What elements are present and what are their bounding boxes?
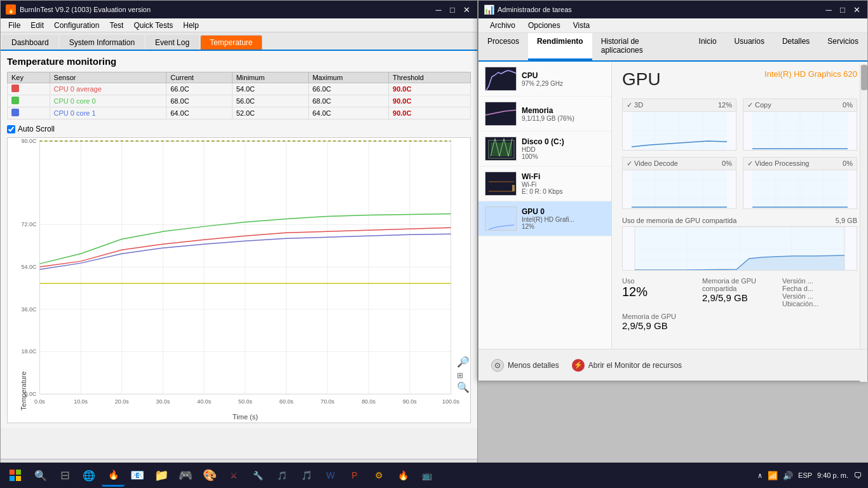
close-button[interactable]: ✕	[461, 4, 472, 15]
gpu-thumb	[485, 207, 517, 231]
sidebar-item-cpu[interactable]: CPU 97% 2,29 GHz	[478, 62, 611, 97]
taskbar-app-burnin[interactable]: 🔥	[102, 464, 125, 487]
gpu-shared-value: 5,9 GB	[836, 217, 857, 224]
wifi-info: Wi-Fi Wi-Fi E: 0 R: 0 Kbps	[522, 172, 605, 195]
gpu-shared-label: Uso de memoria de GPU compartida	[622, 217, 736, 224]
tray-chevron[interactable]: ∧	[757, 471, 763, 480]
scroll-thumb[interactable]	[861, 65, 867, 90]
tab-procesos[interactable]: Procesos	[478, 33, 528, 60]
auto-scroll-checkbox[interactable]	[7, 125, 15, 133]
gpu-mem-gpu-row: Memoria de GPU 2,9/5,9 GB	[622, 313, 857, 331]
taskmgr-minimize-button[interactable]: ─	[823, 4, 834, 15]
taskbar-app-spotify[interactable]: 🎵	[295, 464, 318, 487]
key-color-0	[11, 85, 19, 92]
taskmgr-window: 📊 Administrador de tareas ─ □ ✕ Archivo …	[478, 0, 868, 381]
gpu-metric-copy-value: 0%	[843, 101, 853, 109]
taskbar-app-ps[interactable]: 🎨	[198, 464, 221, 487]
minimize-button[interactable]: ─	[433, 4, 444, 15]
svg-text:60.0s: 60.0s	[280, 398, 294, 405]
gpu-metric-videodecode: ✓ Video Decode 0%	[622, 157, 736, 209]
taskbar-app-steam[interactable]: 🎮	[174, 464, 197, 487]
tab-detalles[interactable]: Detalles	[773, 33, 818, 60]
menu-file[interactable]: File	[3, 20, 25, 31]
sidebar-item-wifi[interactable]: Wi-Fi Wi-Fi E: 0 R: 0 Kbps	[478, 166, 611, 201]
monitor-icon-symbol: ⚡	[574, 361, 583, 369]
taskmgr-title: Administrador de tareas	[498, 6, 823, 13]
open-monitor-link[interactable]: ⚡ Abrir el Monitor de recursos	[572, 359, 682, 372]
svg-text:90.0s: 90.0s	[403, 398, 417, 405]
gpu-metric-copy: ✓ Copy 0%	[743, 98, 857, 151]
gpu-detail-pane: GPU Intel(R) HD Graphics 620 ✓ 3D 12%	[612, 62, 867, 378]
taskbar-app-word[interactable]: W	[319, 464, 342, 487]
sidebar-item-memoria[interactable]: Memoria 9,1/11,9 GB (76%)	[478, 97, 611, 132]
tab-rendimiento[interactable]: Rendimiento	[528, 33, 592, 60]
tab-inicio[interactable]: Inicio	[690, 33, 726, 60]
tab-dashboard[interactable]: Dashboard	[2, 35, 58, 50]
wifi-detail2: E: 0 R: 0 Kbps	[522, 188, 605, 195]
gpu-metric-videoprocessing: ✓ Video Processing 0%	[743, 157, 857, 209]
svg-rect-49	[512, 185, 515, 191]
taskmgr-maximize-button[interactable]: □	[837, 4, 848, 15]
svg-rect-46	[485, 172, 517, 196]
taskbar-app-explorer[interactable]: 📁	[150, 464, 173, 487]
search-button[interactable]: 🔍	[31, 465, 51, 485]
tray-notification[interactable]: 🗨	[853, 471, 862, 480]
gpu-mem-gpu-label: Memoria de GPU	[622, 313, 857, 320]
taskmgr-menu-opciones[interactable]: Opciones	[522, 20, 567, 31]
svg-text:72.0C: 72.0C	[22, 221, 37, 227]
menu-configuration[interactable]: Configuration	[49, 20, 104, 31]
taskbar-app-app5[interactable]: 🔥	[391, 464, 414, 487]
taskbar-app-app4[interactable]: ⚙	[367, 464, 390, 487]
tray-volume: 🔊	[783, 471, 793, 480]
menu-quick-tests[interactable]: Quick Tests	[128, 20, 178, 31]
menu-edit[interactable]: Edit	[25, 20, 49, 31]
taskmgr-close-button[interactable]: ✕	[851, 4, 862, 15]
taskbar-app-app3[interactable]: 🎵	[271, 464, 294, 487]
gpu-metric-3d-chart	[623, 112, 736, 150]
sidebar-item-gpu[interactable]: GPU 0 Intel(R) HD Grafi... 12%	[478, 201, 611, 236]
gpu-uso-value: 12%	[622, 285, 697, 299]
disk-thumb	[485, 137, 517, 161]
gpu-header: GPU Intel(R) HD Graphics 620	[622, 69, 857, 90]
wifi-thumb	[485, 172, 517, 196]
tab-system-info[interactable]: System Information	[60, 35, 144, 50]
taskmgr-menu-vista[interactable]: Vista	[567, 20, 596, 31]
taskbar-app-app2[interactable]: 🔧	[247, 464, 269, 487]
taskmgr-tabs: Procesos Rendimiento Historial de aplica…	[478, 33, 867, 62]
gpu-shared-memory-title: Uso de memoria de GPU compartida 5,9 GB	[622, 217, 857, 224]
tab-temperature[interactable]: Temperature	[200, 35, 262, 50]
menu-test[interactable]: Test	[104, 20, 128, 31]
gpu-metric-videoprocessing-label: ✓ Video Processing	[747, 159, 809, 168]
less-details-label: Menos detalles	[508, 361, 559, 370]
cpu-thumb	[485, 67, 517, 91]
gpu-metric-3d-label: ✓ 3D	[627, 101, 643, 109]
gpu-ubicacion-label: Ubicación...	[782, 300, 857, 308]
gpu-name: GPU 0	[522, 207, 605, 216]
menu-help[interactable]: Help	[178, 20, 204, 31]
tray-network: 📶	[768, 471, 778, 480]
taskbar-app-ppt[interactable]: P	[343, 464, 366, 487]
maximize-button[interactable]: □	[447, 4, 458, 15]
svg-text:0.0s: 0.0s	[34, 398, 45, 405]
gpu-stats-row: Uso 12% Memoria de GPU compartida 2,9/5,…	[622, 277, 857, 308]
taskmgr-menu-archivo[interactable]: Archivo	[484, 20, 522, 31]
taskbar-app-edge[interactable]: 🌐	[78, 464, 100, 487]
less-details-link[interactable]: ⊙ Menos detalles	[491, 359, 559, 372]
tab-historial[interactable]: Historial de aplicaciones	[592, 33, 690, 60]
taskmgr-scrollbar[interactable]	[860, 64, 867, 382]
gpu-version-label: Versión ...	[782, 277, 857, 285]
taskbar-apps: ⊟ 🌐 🔥 📧 📁 🎮 🎨 ⚔ 🔧 🎵 🎵 W P ⚙ 🔥 📺	[51, 464, 751, 487]
gpu-shared-stat-label: Memoria de GPU compartida	[702, 277, 777, 292]
taskbar-app-taskview[interactable]: ⊟	[53, 464, 76, 487]
tab-servicios[interactable]: Servicios	[818, 33, 867, 60]
table-row: CPU 0 average 66.0C 54.0C 66.0C 90.0C	[8, 83, 471, 95]
taskbar-app-app1[interactable]: ⚔	[222, 464, 245, 487]
tab-usuarios[interactable]: Usuarios	[726, 33, 773, 60]
gpu-metric-videoprocessing-chart	[743, 170, 857, 208]
start-button[interactable]	[0, 463, 31, 488]
sidebar-item-disco[interactable]: Disco 0 (C:) HDD 100%	[478, 132, 611, 166]
tab-event-log[interactable]: Event Log	[146, 35, 199, 50]
mem-detail: 9,1/11,9 GB (76%)	[522, 115, 605, 122]
taskbar-app-mail[interactable]: 📧	[126, 464, 149, 487]
taskbar-app-app6[interactable]: 📺	[416, 464, 438, 487]
